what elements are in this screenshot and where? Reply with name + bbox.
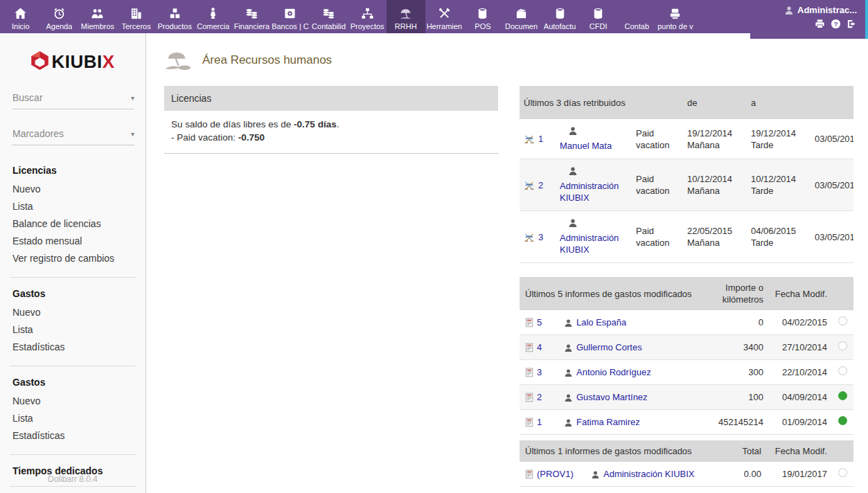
kiubix-cube-icon xyxy=(30,51,49,73)
sidebar-item-nuevo[interactable]: Nuevo xyxy=(12,181,145,198)
tab-label: Autofactu xyxy=(544,22,576,30)
thirdparties-building-icon xyxy=(130,4,143,20)
col-header-modified: Fecha Modif. xyxy=(811,86,853,119)
tab-label: Proyectos xyxy=(351,22,384,30)
search-select[interactable]: Buscar ▾ xyxy=(12,92,134,109)
topnav-tab-proyectos[interactable]: Proyectos xyxy=(348,0,387,33)
sidebar-item-nuevo[interactable]: Nuevo xyxy=(12,393,145,410)
holiday-ref-link[interactable]: 1 xyxy=(538,134,543,144)
user-bust-icon xyxy=(564,319,573,328)
topnav-tab-productos[interactable]: Productos xyxy=(155,0,194,33)
user-menu-toggle[interactable]: Administrac... xyxy=(784,5,857,15)
user-name: Administrac... xyxy=(797,5,857,15)
help-icon[interactable]: ? xyxy=(831,19,841,29)
expense-ref-link[interactable]: 4 xyxy=(537,342,542,352)
holiday-user-link[interactable]: Administración KIUBIX xyxy=(560,233,619,255)
topnav-tab-autofactu[interactable]: Autofactu xyxy=(540,0,579,33)
topnav-tab-terceros[interactable]: Terceros xyxy=(117,0,156,33)
topnav-tab-agenda[interactable]: Agenda xyxy=(40,0,79,33)
topnav-tab-rrhh[interactable]: RRHH xyxy=(387,0,425,33)
user-avatar-icon xyxy=(784,6,794,15)
topnav-tab-cfdi[interactable]: CFDI xyxy=(579,0,618,33)
dashboard-columns: Licencias Su saldo de días libres es de … xyxy=(164,86,868,487)
menu-divider xyxy=(10,454,136,455)
expense-user-cell: Fatima Ramirez xyxy=(558,410,703,435)
expense-user-link[interactable]: Gullermo Cortes xyxy=(576,342,642,352)
tab-label: Bancos | C xyxy=(272,22,309,30)
beach-chair-icon xyxy=(524,232,535,242)
topnav-tab-comercia[interactable]: Comercia xyxy=(194,0,233,33)
top-navigation-bar: InicioAgendaMiembrosTercerosProductosCom… xyxy=(0,0,868,33)
menu-divider xyxy=(10,366,136,366)
expense-doc-icon xyxy=(525,418,533,427)
topnav-tab-miembros[interactable]: Miembros xyxy=(78,0,117,33)
sidebar-item-estado-mensual[interactable]: Estado mensual xyxy=(12,233,145,250)
tab-label: Terceros xyxy=(121,22,150,30)
bookmarks-select[interactable]: Marcadores ▾ xyxy=(12,128,134,145)
app-version: Dolibarr 8.0.4 xyxy=(0,474,145,484)
sidebar-section-gastos-2[interactable]: Gastos xyxy=(12,377,145,388)
tab-label: Inicio xyxy=(12,22,30,30)
tab-label: Contab xyxy=(625,22,649,30)
sidebar-section-licencias-0[interactable]: Licencias xyxy=(12,165,145,176)
expense-ref-link[interactable]: 2 xyxy=(537,392,542,402)
holiday-user-link[interactable]: Manuel Mata xyxy=(560,141,612,151)
expense-amount-cell: 0 xyxy=(703,310,769,335)
topnav-tab-bancos-c[interactable]: Bancos | C xyxy=(271,0,310,33)
expense-ref-link[interactable]: 5 xyxy=(537,317,542,328)
expense-user-link[interactable]: Fatima Ramirez xyxy=(576,417,640,427)
sidebar-item-balance-de-licencias[interactable]: Balance de licencias xyxy=(12,215,145,233)
sidebar-item-ver-registro-de-cambios[interactable]: Ver registro de cambios xyxy=(12,250,145,267)
expense-amount-cell: 452145214 xyxy=(703,410,769,435)
expense-user-link[interactable]: Administración KIUBIX xyxy=(603,469,695,479)
expense-ref-link[interactable]: 3 xyxy=(537,367,542,377)
holiday-row: 1Manuel MataPaid vacation19/12/2014Mañan… xyxy=(520,119,853,159)
search-select-label: Buscar xyxy=(12,92,43,103)
topnav-tab-punto-de-v[interactable]: punto de v xyxy=(656,0,695,33)
database-icon xyxy=(592,4,605,20)
logout-icon[interactable] xyxy=(847,19,857,29)
expense-user-link[interactable]: Lalo España xyxy=(576,317,626,328)
sidebar-item-estad-sticas[interactable]: Estadísticas xyxy=(12,427,145,445)
expense-row: 4Gullermo Cortes340027/10/2014 xyxy=(520,335,853,360)
hr-beach-umbrella-icon xyxy=(399,4,412,20)
expense-user-link[interactable]: Antonio Rodríguez xyxy=(576,367,651,377)
sidebar-item-lista[interactable]: Lista xyxy=(12,198,145,215)
sidebar-item-estad-sticas[interactable]: Estadísticas xyxy=(12,339,145,356)
holiday-ref-link[interactable]: 3 xyxy=(538,232,543,242)
expense-row: 2Gustavo Martínez10004/09/2014 xyxy=(520,385,853,410)
window-edge-strip xyxy=(865,0,868,39)
topnav-tab-contabilid[interactable]: Contabilid xyxy=(310,0,348,33)
licencias-box-header: Licencias xyxy=(164,86,498,111)
print-icon[interactable] xyxy=(815,19,825,29)
sidebar-section-gastos-1[interactable]: Gastos xyxy=(12,288,145,299)
topnav-tab-financiera[interactable]: Financiera xyxy=(233,0,272,33)
licencias-box: Licencias Su saldo de días libres es de … xyxy=(164,86,498,154)
expense-user-cell: Administración KIUBIX xyxy=(585,462,718,487)
topnav-tab-contab[interactable]: Contab xyxy=(618,0,657,33)
sidebar-item-nuevo[interactable]: Nuevo xyxy=(12,304,145,321)
bank-safe-icon xyxy=(283,4,296,20)
holiday-ref-link[interactable]: 2 xyxy=(538,180,543,190)
expenses1-table: Últimos 1 informes de gastos modificados… xyxy=(520,440,853,487)
expense-ref-link[interactable]: (PROV1) xyxy=(537,469,574,479)
expense-ref-link[interactable]: 1 xyxy=(537,417,542,427)
to-half: Tarde xyxy=(751,139,806,151)
user-bust-icon xyxy=(568,166,628,179)
holiday-ref-cell: 3 xyxy=(520,211,556,263)
holiday-from-cell: 22/05/2015Mañana xyxy=(683,211,747,263)
tools-icon xyxy=(438,4,451,20)
licencias-box-body: Su saldo de días libres es de -0.75 días… xyxy=(164,111,498,154)
topnav-tab-documen[interactable]: Documen xyxy=(502,0,541,33)
kiubix-logo[interactable]: KIUBIX xyxy=(0,51,145,73)
holiday-type-cell: Paid vacation xyxy=(632,211,683,263)
to-date: 10/12/2014 xyxy=(751,173,806,185)
topnav-tab-inicio[interactable]: Inicio xyxy=(1,0,40,33)
expense-user-link[interactable]: Gustavo Martínez xyxy=(576,392,648,402)
holiday-user-link[interactable]: Administración KIUBIX xyxy=(560,181,619,203)
topnav-tab-pos[interactable]: POS xyxy=(463,0,502,33)
expense-doc-icon xyxy=(525,368,533,377)
sidebar-item-lista[interactable]: Lista xyxy=(12,321,145,339)
sidebar-item-lista[interactable]: Lista xyxy=(12,410,145,427)
topnav-tab-herramien[interactable]: Herramien xyxy=(425,0,464,33)
